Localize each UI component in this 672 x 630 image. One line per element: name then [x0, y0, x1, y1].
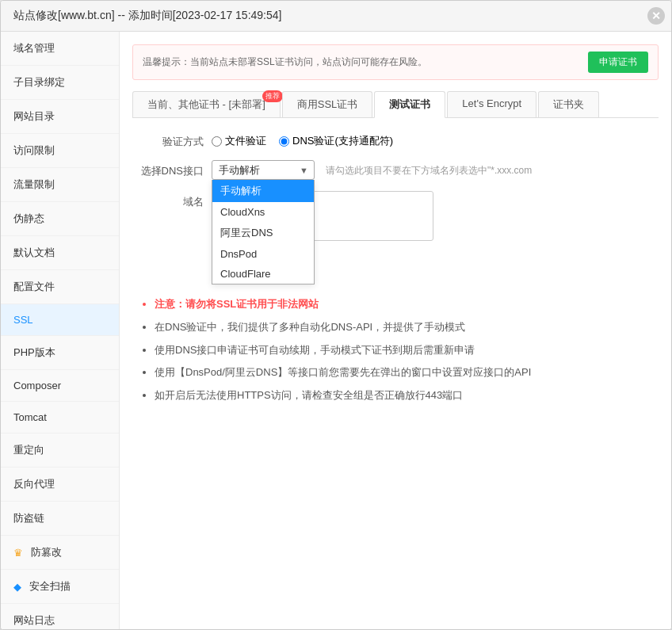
dns-select-wrapper: 手动解析 CloudXns 阿里云DNS DnsPod CloudFlare ▼…: [212, 160, 315, 180]
sidebar-item-redirect[interactable]: 重定向: [1, 433, 119, 468]
sidebar-label: 网站目录: [13, 109, 55, 124]
sidebar-item-default-doc[interactable]: 默认文档: [1, 236, 119, 270]
note-item: 使用【DnsPod/阿里云DNS】等接口前您需要先在弹出的窗口中设置对应接口的A…: [155, 365, 659, 381]
modal-window: 站点修改[www.bt.cn] -- 添加时间[2023-02-17 15:49…: [0, 0, 672, 630]
sidebar-label: 防篡改: [31, 545, 62, 559]
dns-interface-row: 选择DNS接口 手动解析 CloudXns 阿里云DNS DnsPod Clou…: [132, 160, 659, 180]
warning-text: 温馨提示：当前站点未部署SSL证书访问，站点访问可能存在风险。: [143, 55, 427, 69]
sidebar-label: 子目录绑定: [13, 75, 65, 90]
sidebar-item-subdir-bind[interactable]: 子目录绑定: [1, 66, 119, 100]
sidebar-label: 访问限制: [13, 143, 55, 158]
crown-icon: ♛: [13, 547, 23, 559]
sidebar-item-anti-tamper[interactable]: ♛防篡改: [1, 536, 119, 570]
dns-option-aliyun[interactable]: 阿里云DNS: [212, 222, 314, 244]
note-item: 注意：请勿将SSL证书用于非法网站: [155, 296, 659, 313]
dns-verify-radio[interactable]: [279, 136, 289, 147]
sidebar-label: 重定向: [13, 443, 44, 457]
sidebar-item-config-file[interactable]: 配置文件: [1, 270, 119, 304]
tab-bar: 当前、其他证书 - [未部署] 推荐 商用SSL证书 测试证书 Let's En…: [132, 91, 659, 118]
sidebar-item-access-limit[interactable]: 访问限制: [1, 134, 119, 168]
tab-test-cert[interactable]: 测试证书: [374, 91, 445, 118]
sidebar-label: Tomcat: [13, 411, 47, 423]
tab-badge: 推荐: [262, 90, 283, 102]
warning-bar: 温馨提示：当前站点未部署SSL证书访问，站点访问可能存在风险。 申请证书: [132, 44, 659, 80]
note-item: 如开启后无法使用HTTPS访问，请检查安全组是否正确放行443端口: [155, 388, 659, 404]
file-verify-radio[interactable]: [212, 136, 222, 147]
sidebar-label: 网站日志: [13, 613, 55, 628]
close-button[interactable]: ✕: [647, 7, 665, 25]
dns-option-manual[interactable]: 手动解析: [212, 180, 314, 202]
tab-lets-encrypt[interactable]: Let's Encrypt: [447, 91, 536, 117]
file-verify-option[interactable]: 文件验证: [212, 134, 266, 148]
dns-interface-label: 选择DNS接口: [132, 160, 204, 178]
sidebar-item-pseudo-static[interactable]: 伪静态: [1, 202, 119, 236]
sidebar-label: Composer: [13, 380, 61, 391]
sidebar-label: 防盗链: [13, 511, 44, 525]
sidebar-item-hotlink-prot[interactable]: 防盗链: [1, 502, 119, 536]
apply-cert-button[interactable]: 申请证书: [588, 52, 648, 73]
sidebar-label: PHP版本: [13, 346, 55, 360]
sidebar-label: 反向代理: [13, 477, 55, 491]
sidebar-item-reverse-proxy[interactable]: 反向代理: [1, 468, 119, 502]
domain-label: 域名: [132, 191, 204, 209]
diamond-icon: ◆: [13, 581, 21, 593]
note-item: 在DNS验证中，我们提供了多种自动化DNS-API，并提供了手动模式: [155, 319, 659, 336]
sidebar-item-site-log[interactable]: 网站日志: [1, 604, 119, 629]
dns-option-cloudxns[interactable]: CloudXns: [212, 202, 314, 222]
sidebar-item-sec-scan[interactable]: ◆安全扫描: [1, 570, 119, 604]
sidebar-label: 配置文件: [13, 280, 55, 294]
verify-method-row: 验证方式 文件验证 DNS验证(支持通配符): [132, 131, 659, 149]
sidebar-label: 域名管理: [13, 41, 55, 55]
tab-current-other[interactable]: 当前、其他证书 - [未部署] 推荐: [132, 91, 281, 117]
dns-select[interactable]: 手动解析 CloudXns 阿里云DNS DnsPod CloudFlare: [212, 160, 315, 180]
sidebar-item-flow-limit[interactable]: 流量限制: [1, 168, 119, 202]
content-area: 温馨提示：当前站点未部署SSL证书访问，站点访问可能存在风险。 申请证书 当前、…: [120, 32, 671, 629]
sidebar-label: SSL: [13, 314, 33, 326]
file-verify-label: 文件验证: [225, 134, 266, 148]
sidebar-item-composer[interactable]: Composer: [1, 370, 119, 402]
modal-header: 站点修改[www.bt.cn] -- 添加时间[2023-02-17 15:49…: [1, 1, 671, 32]
sidebar-label: 安全扫描: [29, 579, 71, 594]
dns-dropdown-menu: 手动解析 CloudXns 阿里云DNS DnsPod CloudFlare: [212, 180, 315, 284]
note-item: 使用DNS接口申请证书可自动续期，手动模式下证书到期后需重新申请: [155, 342, 659, 359]
dns-verify-option[interactable]: DNS验证(支持通配符): [279, 134, 393, 148]
tab-cert-folder[interactable]: 证书夹: [538, 91, 599, 117]
notes-list: 注意：请勿将SSL证书用于非法网站在DNS验证中，我们提供了多种自动化DNS-A…: [140, 296, 659, 404]
verify-method-label: 验证方式: [132, 131, 204, 149]
sidebar-label: 默认文档: [13, 246, 55, 260]
sidebar-item-site-dir[interactable]: 网站目录: [1, 100, 119, 134]
sidebar: 域名管理子目录绑定网站目录访问限制流量限制伪静态默认文档配置文件SSLPHP版本…: [1, 32, 120, 629]
sidebar-item-ssl[interactable]: SSL: [1, 304, 119, 336]
verify-method-group: 文件验证 DNS验证(支持通配符): [212, 131, 393, 148]
dns-verify-label: DNS验证(支持通配符): [292, 134, 393, 148]
dns-hint: 请勾选此项目不要在下方域名列表选中"*.xxx.com: [326, 160, 532, 178]
dns-option-cloudflare[interactable]: CloudFlare: [212, 264, 314, 284]
sidebar-item-php-version[interactable]: PHP版本: [1, 336, 119, 370]
dns-option-dnspod[interactable]: DnsPod: [212, 244, 314, 264]
modal-title: 站点修改[www.bt.cn] -- 添加时间[2023-02-17 15:49…: [13, 9, 281, 21]
sidebar-label: 流量限制: [13, 178, 55, 192]
sidebar-label: 伪静态: [13, 212, 44, 226]
tab-commercial-ssl[interactable]: 商用SSL证书: [282, 91, 373, 117]
notes-section: 注意：请勿将SSL证书用于非法网站在DNS验证中，我们提供了多种自动化DNS-A…: [132, 296, 659, 404]
sidebar-item-domain-mgmt[interactable]: 域名管理: [1, 32, 119, 66]
modal-body: 域名管理子目录绑定网站目录访问限制流量限制伪静态默认文档配置文件SSLPHP版本…: [1, 32, 671, 629]
sidebar-item-tomcat[interactable]: Tomcat: [1, 402, 119, 433]
